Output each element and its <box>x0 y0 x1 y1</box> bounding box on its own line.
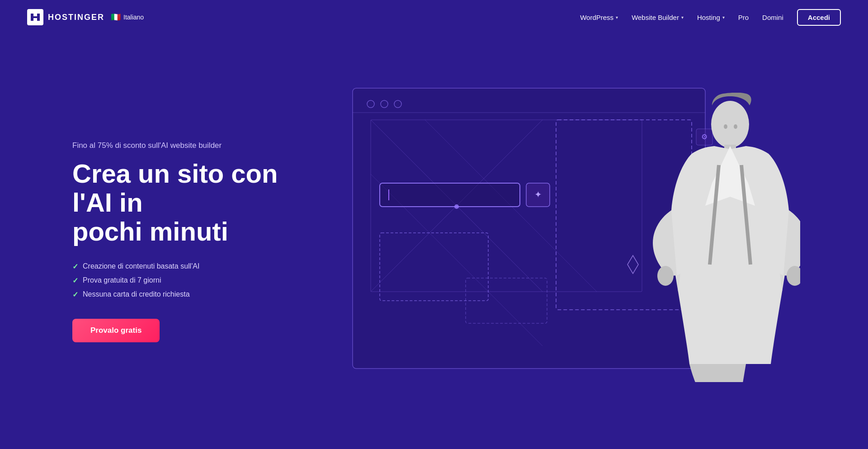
chevron-down-icon: ▾ <box>616 15 618 20</box>
chevron-down-icon: ▾ <box>722 15 725 20</box>
check-icon: ✓ <box>72 290 78 299</box>
nav-left: HOSTINGER 🇮🇹 Italiano <box>27 9 144 25</box>
svg-rect-11 <box>380 183 520 207</box>
language-selector[interactable]: 🇮🇹 Italiano <box>111 12 144 22</box>
navbar: HOSTINGER 🇮🇹 Italiano WordPress ▾ Websit… <box>0 0 868 34</box>
logo[interactable]: HOSTINGER <box>27 9 104 25</box>
hero-section: Fino al 75% di sconto sull'AI website bu… <box>0 34 868 449</box>
hero-mockup: ✦ ⚙ 👁 🗑 <box>335 84 814 400</box>
lang-label: Italiano <box>123 14 144 21</box>
feature-item-3: ✓ Nessuna carta di credito richiesta <box>72 290 307 299</box>
hero-features-list: ✓ Creazione di contenuti basata sull'AI … <box>72 262 307 299</box>
svg-point-37 <box>734 124 737 129</box>
nav-item-hosting[interactable]: Hosting ▾ <box>697 14 725 21</box>
chevron-down-icon: ▾ <box>681 15 684 20</box>
check-icon: ✓ <box>72 262 78 271</box>
hero-content: Fino al 75% di sconto sull'AI website bu… <box>72 141 307 342</box>
nav-item-website-builder[interactable]: Website Builder ▾ <box>632 14 684 21</box>
feature-item-2: ✓ Prova gratuita di 7 giorni <box>72 276 307 285</box>
svg-text:✦: ✦ <box>534 189 542 199</box>
check-icon: ✓ <box>72 276 78 285</box>
accedi-button[interactable]: Accedi <box>797 9 841 26</box>
hero-person-image <box>646 93 800 382</box>
hero-subtitle: Fino al 75% di sconto sull'AI website bu… <box>72 141 307 150</box>
hero-title: Crea un sito con l'AI in pochi minuti <box>72 159 307 246</box>
feature-item-1: ✓ Creazione di contenuti basata sull'AI <box>72 262 307 271</box>
nav-item-wordpress[interactable]: WordPress ▾ <box>580 14 618 21</box>
nav-item-domini[interactable]: Domini <box>762 14 783 21</box>
svg-point-33 <box>657 266 674 286</box>
flag-icon: 🇮🇹 <box>111 12 121 22</box>
nav-right: WordPress ▾ Website Builder ▾ Hosting ▾ … <box>580 9 841 26</box>
cta-button[interactable]: Provalo gratis <box>72 319 160 342</box>
svg-point-18 <box>454 204 459 209</box>
svg-point-29 <box>711 101 749 148</box>
nav-item-pro[interactable]: Pro <box>738 14 749 21</box>
svg-point-36 <box>724 124 727 129</box>
logo-text: HOSTINGER <box>48 13 104 22</box>
